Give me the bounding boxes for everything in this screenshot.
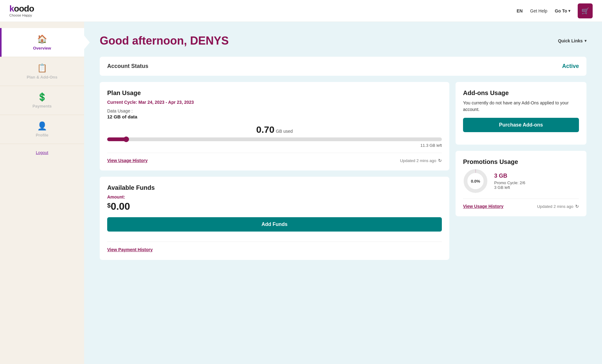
logo-text: koodo — [9, 4, 34, 13]
plan-usage-title: Plan Usage — [107, 89, 442, 97]
header: koodo Choose Happy EN Get Help Go To ▾ 🛒 — [0, 0, 602, 22]
currency-symbol: $ — [107, 202, 111, 209]
purchase-addons-button[interactable]: Purchase Add-ons — [463, 118, 579, 132]
card-divider-plan — [107, 153, 442, 153]
profile-icon: 👤 — [37, 121, 47, 131]
goto-label: Go To — [555, 8, 567, 13]
cards-right: Add-ons Usage You currently do not have … — [456, 82, 586, 260]
account-status-label: Account Status — [107, 63, 148, 69]
cards-left: Plan Usage Current Cycle: Mar 24, 2023 -… — [100, 82, 449, 260]
sidebar-logout[interactable]: Logout — [0, 144, 84, 161]
addons-description: You currently do not have any Add-Ons ap… — [463, 100, 579, 113]
sidebar-label-plan: Plan & Add-Ons — [27, 75, 57, 79]
promo-details: 3 GB Promo Cycle: 2/6 3 GB left — [494, 173, 525, 190]
promo-cycle: Promo Cycle: 2/6 — [494, 180, 525, 185]
plan-icon: 📋 — [37, 63, 47, 73]
gb-left: 11.3 GB left — [107, 143, 442, 148]
sidebar-item-payments[interactable]: 💲 Payments — [0, 86, 84, 115]
header-right: EN Get Help Go To ▾ 🛒 — [517, 3, 593, 18]
data-amount: 12 GB of data — [107, 114, 442, 119]
usage-unit: GB used — [276, 129, 293, 134]
view-history-row-promo: View Usage History Updated 2 mins ago ↻ — [463, 204, 579, 209]
get-help-link[interactable]: Get Help — [530, 8, 547, 13]
refresh-icon-promo[interactable]: ↻ — [575, 204, 579, 209]
progress-bar-container — [107, 137, 442, 141]
main-layout: 🏠 Overview 📋 Plan & Add-Ons 💲 Payments 👤… — [0, 22, 602, 364]
amount-integer: 0 — [111, 201, 116, 212]
available-funds-card: Available Funds Amount: $0.00 Add Funds … — [100, 177, 449, 260]
main-content: Good afternoon, DENYS Quick Links ▾ Acco… — [84, 22, 602, 364]
promotions-row: 0.0% 3 GB Promo Cycle: 2/6 3 GB left — [463, 169, 579, 194]
home-icon: 🏠 — [37, 34, 47, 44]
promo-left: 3 GB left — [494, 185, 525, 190]
data-usage-label: Data Usage : — [107, 108, 442, 113]
addons-title: Add-ons Usage — [463, 89, 579, 97]
cards-row: Plan Usage Current Cycle: Mar 24, 2023 -… — [100, 82, 586, 260]
sidebar-item-overview[interactable]: 🏠 Overview — [0, 28, 84, 57]
available-funds-title: Available Funds — [107, 184, 442, 191]
usage-center: 0.70 GB used — [107, 124, 442, 135]
language-toggle[interactable]: EN — [517, 8, 523, 13]
logout-link[interactable]: Logout — [36, 150, 48, 155]
cycle-label: Current Cycle: Mar 24, 2023 - Apr 23, 20… — [107, 100, 442, 105]
account-status-card: Account Status Active — [100, 57, 586, 76]
quick-links-chevron-icon: ▾ — [585, 39, 586, 43]
sidebar: 🏠 Overview 📋 Plan & Add-Ons 💲 Payments 👤… — [0, 22, 84, 364]
quick-links-label: Quick Links — [558, 38, 583, 43]
chevron-down-icon: ▾ — [568, 9, 570, 13]
promo-gb: 3 GB — [494, 173, 525, 179]
donut-label: 0.0% — [471, 179, 480, 184]
quick-links-dropdown[interactable]: Quick Links ▾ — [558, 38, 586, 43]
sidebar-item-profile[interactable]: 👤 Profile — [0, 115, 84, 144]
sidebar-label-overview: Overview — [33, 46, 51, 50]
addons-usage-card: Add-ons Usage You currently do not have … — [456, 82, 586, 145]
logo-tagline: Choose Happy — [9, 14, 34, 17]
progress-bar-fill — [107, 137, 127, 141]
cart-button[interactable]: 🛒 — [578, 3, 593, 18]
updated-text-plan: Updated 2 mins ago ↻ — [400, 158, 442, 163]
view-payment-history-link[interactable]: View Payment History — [107, 247, 153, 252]
view-usage-history-link-promo[interactable]: View Usage History — [463, 204, 504, 209]
amount-value: $0.00 — [107, 201, 442, 212]
greeting-text: Good afternoon, DENYS — [100, 34, 229, 47]
updated-text-promo: Updated 2 mins ago ↻ — [537, 204, 579, 209]
view-usage-history-link-plan[interactable]: View Usage History — [107, 158, 148, 163]
account-status-value: Active — [562, 63, 579, 69]
sidebar-label-payments: Payments — [32, 104, 51, 108]
view-history-row-plan: View Usage History Updated 2 mins ago ↻ — [107, 158, 442, 163]
plan-usage-card: Plan Usage Current Cycle: Mar 24, 2023 -… — [100, 82, 449, 170]
donut-chart: 0.0% — [463, 169, 488, 194]
goto-dropdown[interactable]: Go To ▾ — [555, 8, 570, 13]
promotions-title: Promotions Usage — [463, 158, 579, 165]
card-divider-funds — [107, 242, 442, 242]
logo: koodo Choose Happy — [9, 4, 34, 17]
amount-decimal: .00 — [116, 201, 130, 212]
sidebar-label-profile: Profile — [36, 133, 48, 137]
sidebar-item-plan-addons[interactable]: 📋 Plan & Add-Ons — [0, 57, 84, 86]
usage-number: 0.70 — [256, 124, 274, 135]
card-divider-promo — [463, 199, 579, 199]
payments-icon: 💲 — [37, 92, 47, 102]
amount-label: Amount: — [107, 194, 442, 199]
refresh-icon-plan[interactable]: ↻ — [438, 158, 442, 163]
cart-icon: 🛒 — [581, 7, 589, 15]
add-funds-button[interactable]: Add Funds — [107, 217, 442, 232]
greeting-row: Good afternoon, DENYS Quick Links ▾ — [100, 34, 586, 47]
promotions-usage-card: Promotions Usage 0.0% 3 GB Promo Cycle: … — [456, 151, 586, 216]
